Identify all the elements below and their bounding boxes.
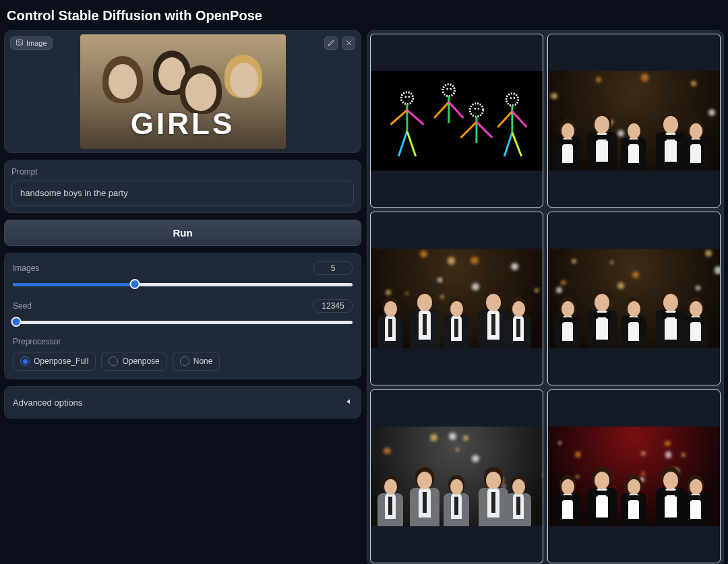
svg-point-8 xyxy=(443,84,455,96)
image-icon xyxy=(16,38,24,48)
generated-image xyxy=(548,249,720,348)
images-value[interactable]: 5 xyxy=(313,261,353,275)
svg-line-11 xyxy=(449,102,464,119)
gallery-column xyxy=(367,30,724,564)
preprocessor-group: Preprocessor Openpose_FullOpenposeNone xyxy=(13,337,353,371)
radio-label: Openpose_Full xyxy=(34,356,88,366)
svg-point-16 xyxy=(506,94,518,106)
seed-label: Seed xyxy=(13,301,32,311)
svg-line-4 xyxy=(390,110,407,125)
advanced-options-label: Advanced options xyxy=(13,398,82,408)
uploaded-image[interactable]: GIRLS xyxy=(80,34,286,149)
svg-line-7 xyxy=(407,131,416,156)
svg-line-19 xyxy=(512,111,527,127)
svg-rect-0 xyxy=(17,40,23,45)
svg-point-12 xyxy=(470,104,483,117)
svg-line-15 xyxy=(477,122,493,138)
radio-label: None xyxy=(193,356,213,366)
radio-dot-icon xyxy=(180,356,189,366)
svg-point-26 xyxy=(475,108,477,110)
image-chip-label: Image xyxy=(26,39,47,47)
radio-dot-icon xyxy=(20,356,30,366)
output-gallery xyxy=(367,30,724,564)
svg-line-14 xyxy=(460,122,477,138)
prompt-label: Prompt xyxy=(11,167,354,177)
edit-image-button[interactable] xyxy=(324,36,338,50)
svg-line-6 xyxy=(398,131,407,156)
svg-line-20 xyxy=(504,133,512,156)
generated-image xyxy=(371,427,543,526)
prompt-input[interactable] xyxy=(11,181,354,206)
pencil-icon xyxy=(328,37,335,49)
sliders-panel: Images 5 Seed 12345 xyxy=(4,253,361,379)
prompt-panel: Prompt xyxy=(4,160,361,213)
svg-point-27 xyxy=(477,108,479,110)
svg-point-29 xyxy=(513,97,515,99)
svg-line-18 xyxy=(497,111,512,127)
svg-point-23 xyxy=(408,96,411,98)
gallery-cell-0[interactable] xyxy=(370,34,543,208)
openpose-preview xyxy=(371,71,543,170)
triangle-left-icon xyxy=(344,396,353,408)
svg-point-24 xyxy=(446,88,448,90)
close-icon xyxy=(345,37,353,49)
seed-slider-row: Seed 12345 xyxy=(13,299,353,325)
gallery-cell-4[interactable] xyxy=(370,389,543,563)
gallery-cell-2[interactable] xyxy=(370,212,543,385)
images-slider[interactable] xyxy=(13,280,353,287)
preprocessor-option-openpose_full[interactable]: Openpose_Full xyxy=(13,352,96,371)
svg-point-2 xyxy=(401,92,413,104)
svg-point-25 xyxy=(450,88,452,90)
radio-label: Openpose xyxy=(122,356,159,366)
generated-image xyxy=(371,249,543,348)
gallery-cell-3[interactable] xyxy=(547,212,721,385)
preprocessor-option-openpose[interactable]: Openpose xyxy=(101,352,166,371)
images-slider-row: Images 5 xyxy=(13,261,353,287)
radio-dot-icon xyxy=(109,356,118,366)
seed-value[interactable]: 12345 xyxy=(313,299,353,313)
controls-column: Image GIRLS Prompt xyxy=(4,30,361,564)
preprocessor-label: Preprocessor xyxy=(13,337,353,346)
image-overlay-text: GIRLS xyxy=(131,107,235,141)
generated-image xyxy=(548,71,720,170)
svg-line-21 xyxy=(512,133,522,156)
gallery-cell-5[interactable] xyxy=(547,389,721,563)
svg-line-10 xyxy=(434,102,449,119)
svg-point-28 xyxy=(510,97,512,99)
svg-point-1 xyxy=(18,41,20,42)
input-image-panel: Image GIRLS xyxy=(4,30,361,153)
clear-image-button[interactable] xyxy=(342,36,355,50)
preprocessor-option-none[interactable]: None xyxy=(173,352,220,371)
advanced-options-toggle[interactable]: Advanced options xyxy=(4,386,361,418)
gallery-cell-1[interactable] xyxy=(547,34,721,208)
images-label: Images xyxy=(13,263,39,273)
generated-image xyxy=(548,427,720,526)
svg-line-5 xyxy=(407,110,424,125)
svg-point-22 xyxy=(405,96,407,98)
image-source-chip[interactable]: Image xyxy=(10,36,53,50)
page-title: Control Stable Diffusion with OpenPose xyxy=(4,0,724,30)
seed-slider[interactable] xyxy=(13,318,353,325)
run-button[interactable]: Run xyxy=(4,220,361,246)
